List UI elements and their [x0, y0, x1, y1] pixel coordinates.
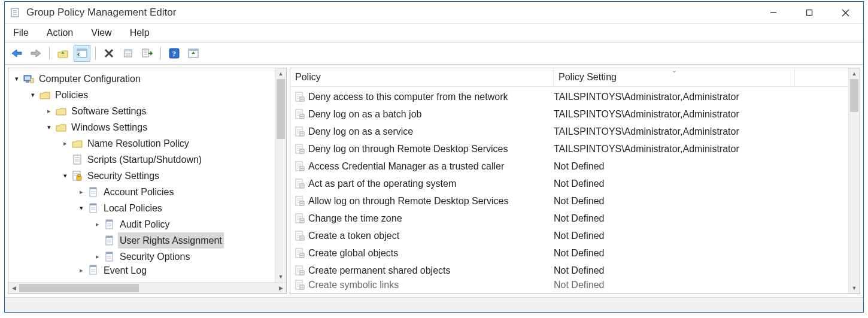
up-level-button[interactable]	[54, 45, 71, 62]
policy-item-icon	[294, 247, 306, 259]
close-button[interactable]	[827, 2, 863, 23]
cell-policy-setting: Not Defined	[554, 265, 849, 276]
policy-item-icon	[294, 108, 306, 120]
tree-node-label: Account Policies	[102, 184, 175, 200]
list-row[interactable]: Deny log on through Remote Desktop Servi…	[290, 140, 849, 158]
tree[interactable]: ▾Computer Configuration▾Policies▸Softwar…	[8, 68, 286, 275]
tree-node[interactable]: ▾Windows Settings	[12, 119, 286, 135]
scroll-right-arrow-icon[interactable]: ▶	[275, 283, 286, 293]
tree-node[interactable]: ▾Local Policies	[12, 200, 286, 216]
scroll-down-arrow-icon[interactable]: ▼	[849, 283, 860, 293]
refresh-button[interactable]	[185, 45, 202, 62]
security-icon	[71, 170, 83, 182]
tree-node[interactable]: ▸Audit Policy	[12, 216, 286, 232]
folder-icon	[71, 138, 83, 150]
cell-policy-setting: TAILSPINTOYS\Administrator,Administrator	[554, 144, 849, 155]
help-button[interactable]: ?	[166, 45, 183, 62]
cell-policy: Deny log on through Remote Desktop Servi…	[308, 144, 554, 155]
tree-node-label: Security Settings	[86, 168, 161, 184]
scroll-up-arrow-icon[interactable]: ▲	[849, 68, 860, 79]
list-row[interactable]: Deny access to this computer from the ne…	[290, 88, 849, 105]
menu-view[interactable]: View	[87, 26, 115, 40]
svg-rect-27	[26, 81, 29, 83]
column-header-policy[interactable]: Policy	[290, 68, 554, 86]
tree-node-label: Name Resolution Policy	[86, 135, 191, 152]
svg-rect-43	[90, 204, 96, 205]
scroll-left-arrow-icon[interactable]: ◀	[8, 283, 19, 293]
svg-rect-24	[189, 49, 198, 51]
policy-item-icon	[294, 195, 306, 207]
cell-policy-setting: TAILSPINTOYS\Administrator,Administrator	[554, 92, 849, 102]
tree-node-label: Local Policies	[102, 200, 164, 216]
list-row[interactable]: Deny log on as a batch jobTAILSPINTOYS\A…	[290, 105, 849, 123]
tree-node[interactable]: ▸Account Policies	[12, 184, 286, 200]
column-header-policy-setting[interactable]: Policy Setting ⌄	[554, 68, 795, 86]
scroll-thumb[interactable]	[850, 79, 858, 112]
svg-rect-39	[90, 187, 96, 189]
tree-horizontal-scrollbar[interactable]: ◀ ▶	[8, 282, 286, 293]
scroll-thumb[interactable]	[277, 79, 285, 139]
tree-node[interactable]: User Rights Assignment	[12, 232, 286, 249]
list-row[interactable]: Change the time zoneNot Defined	[290, 210, 849, 227]
computer-icon	[23, 73, 35, 85]
tree-node[interactable]: Scripts (Startup/Shutdown)	[12, 152, 286, 168]
tree-node-label: Windows Settings	[69, 119, 149, 135]
list-vertical-scrollbar[interactable]: ▲ ▼	[848, 68, 860, 293]
cell-policy: Access Credential Manager as a trusted c…	[308, 161, 554, 172]
tree-vertical-scrollbar[interactable]: ▲ ▼	[275, 68, 286, 282]
cell-policy-setting: Not Defined	[554, 161, 849, 172]
tree-node[interactable]: ▾Policies	[12, 87, 286, 103]
svg-rect-28	[31, 78, 34, 83]
menubar: File Action View Help	[5, 24, 863, 43]
tree-node-label: Scripts (Startup/Shutdown)	[86, 152, 204, 168]
tree-node[interactable]: ▸Software Settings	[12, 103, 286, 119]
tree-node-label: Event Log	[102, 265, 148, 275]
scroll-thumb[interactable]	[19, 284, 139, 292]
cell-policy: Create a token object	[308, 231, 554, 241]
cell-policy-setting: Not Defined	[554, 280, 849, 290]
policy-icon	[87, 265, 99, 275]
delete-button[interactable]	[101, 45, 117, 62]
list-row[interactable]: Access Credential Manager as a trusted c…	[290, 158, 849, 175]
tree-node[interactable]: ▸Event Log	[12, 265, 286, 275]
menu-help[interactable]: Help	[126, 26, 153, 40]
show-hide-tree-button[interactable]	[74, 45, 90, 62]
policy-item-icon	[294, 178, 306, 190]
menu-action[interactable]: Action	[43, 26, 77, 40]
policy-icon	[87, 202, 99, 214]
tree-node[interactable]: ▸Name Resolution Policy	[12, 135, 286, 152]
app-window: Group Policy Management Editor File Acti…	[4, 1, 864, 313]
cell-policy: Act as part of the operating system	[308, 178, 554, 189]
titlebar[interactable]: Group Policy Management Editor	[5, 2, 863, 24]
list-body[interactable]: Deny access to this computer from the ne…	[290, 87, 849, 291]
list-row[interactable]: Create a token objectNot Defined	[290, 227, 849, 244]
list-row[interactable]: Allow log on through Remote Desktop Serv…	[290, 192, 849, 210]
cell-policy: Allow log on through Remote Desktop Serv…	[308, 196, 554, 207]
list-row[interactable]: Create symbolic linksNot Defined	[290, 279, 849, 291]
tree-node[interactable]: ▸Security Options	[12, 249, 286, 265]
tree-node[interactable]: ▾Security Settings	[12, 168, 286, 184]
maximize-button[interactable]	[791, 2, 827, 23]
export-list-button[interactable]	[139, 45, 156, 62]
svg-text:?: ?	[172, 49, 177, 58]
scroll-up-arrow-icon[interactable]: ▲	[275, 68, 286, 79]
minimize-button[interactable]	[755, 2, 791, 23]
menu-file[interactable]: File	[10, 26, 32, 40]
policy-item-icon	[294, 230, 306, 242]
tree-node[interactable]: ▾Computer Configuration	[12, 71, 286, 87]
policy-item-icon	[294, 143, 306, 155]
list-row[interactable]: Create permanent shared objectsNot Defin…	[290, 262, 849, 279]
tree-node-label: Policies	[53, 87, 90, 103]
list-row[interactable]: Create global objectsNot Defined	[290, 244, 849, 262]
column-header-blank[interactable]	[795, 68, 849, 86]
list-row[interactable]: Deny log on as a serviceTAILSPINTOYS\Adm…	[290, 123, 849, 140]
cell-policy-setting: Not Defined	[554, 178, 849, 189]
list-row[interactable]: Act as part of the operating systemNot D…	[290, 175, 849, 192]
cell-policy-setting: Not Defined	[554, 196, 849, 207]
properties-button[interactable]	[120, 45, 136, 62]
folder-icon	[55, 105, 67, 117]
forward-button[interactable]	[28, 45, 44, 62]
back-button[interactable]	[8, 45, 25, 62]
scroll-down-arrow-icon[interactable]: ▼	[275, 271, 286, 282]
cell-policy: Deny access to this computer from the ne…	[308, 92, 554, 102]
